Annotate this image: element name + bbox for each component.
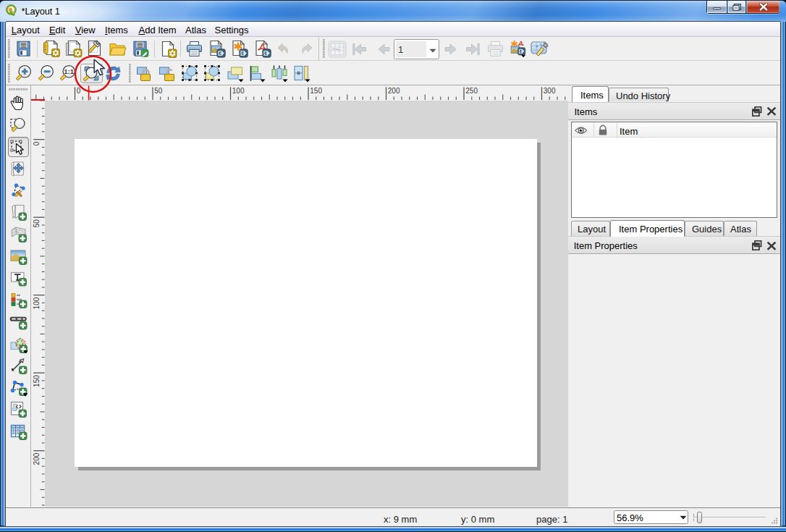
svg-text:50: 50	[154, 87, 163, 95]
svg-text:50: 50	[33, 219, 41, 228]
svg-text:100: 100	[33, 297, 41, 309]
svg-text:150: 150	[310, 87, 322, 95]
svg-text:200: 200	[388, 87, 400, 95]
svg-text:300: 300	[544, 87, 556, 95]
svg-text:100: 100	[232, 87, 245, 95]
svg-text:0: 0	[33, 141, 41, 145]
svg-text:150: 150	[33, 375, 41, 387]
svg-text:250: 250	[465, 87, 478, 95]
svg-text:200: 200	[33, 452, 41, 465]
